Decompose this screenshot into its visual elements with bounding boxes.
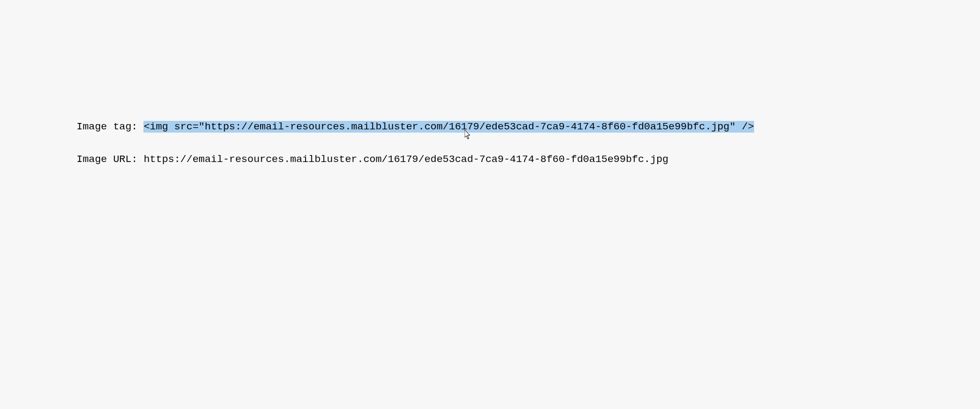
image-url-row: Image URL: https://email-resources.mailb…: [77, 153, 754, 166]
image-tag-value[interactable]: <img src="https://email-resources.mailbl…: [143, 121, 754, 133]
image-tag-label: Image tag:: [77, 121, 143, 133]
image-url-value[interactable]: https://email-resources.mailbluster.com/…: [143, 153, 668, 165]
content-block: Image tag: <img src="https://email-resou…: [77, 121, 754, 186]
image-tag-row: Image tag: <img src="https://email-resou…: [77, 121, 754, 133]
image-url-label: Image URL:: [77, 153, 143, 165]
